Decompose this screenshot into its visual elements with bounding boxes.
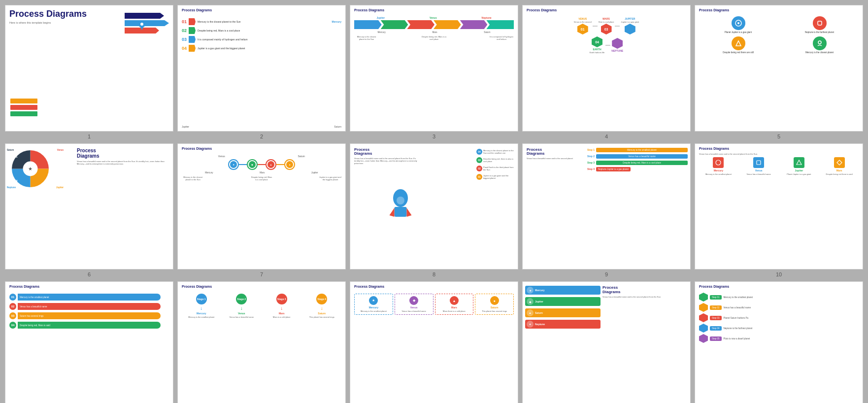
slide-number-10: 10 — [776, 271, 782, 277]
svg-rect-17 — [757, 161, 761, 165]
slide-number-6: 6 — [88, 271, 91, 277]
slide-9[interactable]: ProcessDiagrams Venus has a beautiful na… — [522, 143, 691, 270]
slide-wrapper-9: ProcessDiagrams Venus has a beautiful na… — [522, 143, 691, 278]
svg-marker-14 — [407, 208, 412, 217]
slide-12[interactable]: Process Diagrams Stage 1 ↓ Mercury Mercu… — [177, 281, 346, 403]
slide-wrapper-5: Process Diagrams Planet Jupiter is a gas… — [695, 5, 863, 139]
slide-wrapper-2: Process Diagrams 01 Mercury is the close… — [177, 5, 346, 139]
slide-1[interactable]: Process Diagrams Here is where this temp… — [5, 5, 173, 132]
slides-grid: Process Diagrams Here is where this temp… — [5, 5, 863, 403]
svg-rect-12 — [395, 207, 407, 217]
slide-wrapper-12: Process Diagrams Stage 1 ↓ Mercury Mercu… — [177, 281, 346, 403]
slide1-pin-icon — [138, 20, 146, 32]
slide1-arrows — [125, 13, 169, 34]
svg-marker-13 — [390, 208, 395, 217]
slide-number-7: 7 — [260, 271, 263, 277]
slide-wrapper-11: Process Diagrams 01 Mercury is the small… — [5, 281, 173, 403]
slide-7[interactable]: Process Diagrams Venus Saturn ★ ◆ — [177, 143, 346, 270]
slide-13[interactable]: Process Diagrams ★ Mercury Mercury is th… — [350, 281, 518, 403]
svg-text:★: ★ — [28, 166, 33, 171]
slide1-title: Process Diagrams Here is where this temp… — [9, 9, 87, 24]
svg-marker-18 — [797, 160, 801, 165]
svg-point-15 — [397, 197, 404, 204]
slide-wrapper-6: ProcessDiagrams Venus has a beautiful na… — [5, 143, 173, 278]
svg-point-7 — [818, 41, 821, 44]
slide-number-4: 4 — [605, 134, 608, 139]
svg-marker-6 — [736, 41, 741, 46]
slide-number-5: 5 — [777, 134, 780, 139]
slide-wrapper-14: ProcessDiagrams Venus has a beautiful na… — [522, 281, 691, 403]
slide-number-3: 3 — [433, 134, 435, 139]
slide-wrapper-8: ProcessDiagrams Venus has a beautiful na… — [350, 143, 518, 278]
slide-wrapper-13: Process Diagrams ★ Mercury Mercury is th… — [350, 281, 518, 403]
slide-15[interactable]: Process Diagrams Step 01 Mercury is the … — [695, 281, 863, 403]
slide-wrapper-3: Process Diagrams Jupiter Venus Neptune — [350, 5, 518, 139]
slide-number-2: 2 — [260, 134, 263, 139]
slide-wrapper-4: Process Diagrams VENUS Venus is the seco… — [522, 5, 691, 139]
slide-wrapper-15: Process Diagrams Step 01 Mercury is the … — [695, 281, 863, 403]
svg-point-4 — [737, 22, 739, 24]
slide-3[interactable]: Process Diagrams Jupiter Venus Neptune — [350, 5, 518, 132]
slide-wrapper-10: Process Diagrams Venus has a beautiful n… — [695, 143, 863, 278]
slide-10[interactable]: Process Diagrams Venus has a beautiful n… — [695, 143, 863, 270]
slide-number-1: 1 — [88, 134, 91, 139]
slide-5[interactable]: Process Diagrams Planet Jupiter is a gas… — [695, 5, 863, 132]
svg-rect-5 — [818, 21, 822, 25]
slide-11[interactable]: Process Diagrams 01 Mercury is the small… — [5, 281, 173, 403]
slide-wrapper-1: Process Diagrams Here is where this temp… — [5, 5, 173, 139]
svg-point-16 — [716, 160, 721, 165]
svg-point-2 — [140, 23, 143, 26]
svg-marker-1 — [139, 25, 144, 30]
slide-number-8: 8 — [433, 271, 435, 277]
slide-number-9: 9 — [605, 271, 608, 277]
slide-4[interactable]: Process Diagrams VENUS Venus is the seco… — [522, 5, 691, 132]
slide-2[interactable]: Process Diagrams 01 Mercury is the close… — [177, 5, 346, 132]
slide-6[interactable]: ProcessDiagrams Venus has a beautiful na… — [5, 143, 173, 270]
slide-8[interactable]: ProcessDiagrams Venus has a beautiful na… — [350, 143, 518, 270]
slide-wrapper-7: Process Diagrams Venus Saturn ★ ◆ — [177, 143, 346, 278]
slide-14[interactable]: ProcessDiagrams Venus has a beautiful na… — [522, 281, 691, 403]
